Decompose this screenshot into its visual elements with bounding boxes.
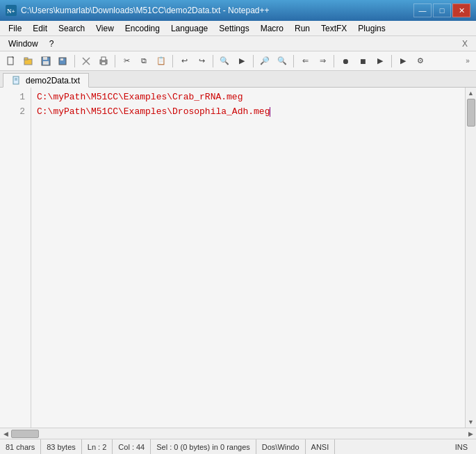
code-line-2: C:\myPath\M51CC\Examples\Drosophila_Adh.… bbox=[37, 105, 459, 120]
status-ln: Ln : 2 bbox=[82, 439, 113, 454]
minimize-button[interactable]: — bbox=[413, 3, 432, 17]
menu-bar-row2: Window ? X bbox=[0, 36, 476, 51]
toolbar-macro-stop[interactable]: ⏹ bbox=[354, 54, 371, 69]
svg-rect-7 bbox=[43, 61, 49, 65]
text-cursor bbox=[270, 107, 270, 117]
toolbar-find[interactable]: 🔍 bbox=[216, 54, 233, 69]
toolbar-saveall[interactable] bbox=[55, 54, 72, 69]
tab-demo2data[interactable]: demo2Data.txt bbox=[3, 73, 89, 88]
svg-rect-14 bbox=[101, 62, 106, 65]
toolbar-print[interactable] bbox=[95, 54, 112, 69]
maximize-button[interactable]: □ bbox=[433, 3, 451, 17]
line-num-2: 2 bbox=[0, 105, 25, 120]
toolbar-sep1 bbox=[74, 55, 75, 67]
status-dos: Dos\Windo bbox=[256, 439, 306, 454]
vscroll-thumb[interactable] bbox=[467, 99, 475, 127]
hscroll-track[interactable] bbox=[11, 428, 465, 439]
toolbar: ✂ ⧉ 📋 ↩ ↪ 🔍 ▶ 🔎 🔍 ⇐ ⇒ ⏺ ⏹ ▶ ▶ ⚙ » bbox=[0, 51, 476, 71]
toolbar-indent[interactable]: ⇒ bbox=[314, 54, 331, 69]
toolbar-macro-play[interactable]: ▶ bbox=[372, 54, 388, 69]
menu-view[interactable]: View bbox=[90, 22, 120, 35]
menu-run[interactable]: Run bbox=[289, 22, 315, 35]
line-num-1: 1 bbox=[0, 90, 25, 105]
status-sel: Sel : 0 (0 bytes) in 0 ranges bbox=[151, 439, 256, 454]
vertical-scrollbar[interactable]: ▲ ▼ bbox=[465, 88, 476, 428]
title-controls: — □ ✕ bbox=[413, 3, 470, 17]
hscroll-left[interactable]: ◀ bbox=[0, 428, 11, 439]
toolbar-open[interactable] bbox=[20, 54, 37, 69]
window-title: C:\Users\kumarlab\Downloads\M51CC\demo2D… bbox=[21, 6, 413, 15]
menu-plugins[interactable]: Plugins bbox=[352, 22, 391, 35]
tab-file-icon bbox=[12, 76, 22, 86]
toolbar-close[interactable] bbox=[78, 54, 95, 69]
title-bar: N+ C:\Users\kumarlab\Downloads\M51CC\dem… bbox=[0, 0, 476, 21]
menu-language[interactable]: Language bbox=[165, 22, 213, 35]
menu-help[interactable]: ? bbox=[44, 38, 60, 50]
status-chars: 81 chars bbox=[6, 439, 41, 454]
status-ins: INS bbox=[452, 443, 470, 451]
close-button[interactable]: ✕ bbox=[452, 3, 470, 17]
menu-file[interactable]: File bbox=[3, 22, 27, 35]
menu-search[interactable]: Search bbox=[53, 22, 90, 35]
menu-bar: File Edit Search View Encoding Language … bbox=[0, 21, 476, 36]
menu-encoding[interactable]: Encoding bbox=[120, 22, 165, 35]
editor-content[interactable]: C:\myPath\M51CC\Examples\Crab_rRNA.meg C… bbox=[31, 88, 465, 428]
status-bytes: 83 bytes bbox=[41, 439, 82, 454]
code-line-1: C:\myPath\M51CC\Examples\Crab_rRNA.meg bbox=[37, 90, 459, 105]
svg-rect-9 bbox=[60, 58, 63, 60]
menu-edit[interactable]: Edit bbox=[27, 22, 53, 35]
toolbar-sep4 bbox=[213, 55, 213, 67]
panel-close-x[interactable]: X bbox=[457, 39, 473, 49]
toolbar-wrap[interactable]: ⇐ bbox=[297, 54, 313, 69]
toolbar-paste[interactable]: 📋 bbox=[153, 54, 170, 69]
status-ansi: ANSI bbox=[306, 439, 336, 454]
hscroll-thumb[interactable] bbox=[11, 430, 39, 438]
svg-rect-2 bbox=[8, 57, 13, 65]
hscroll-right[interactable]: ▶ bbox=[465, 428, 476, 439]
toolbar-new[interactable] bbox=[3, 54, 19, 69]
toolbar-find-next[interactable]: ▶ bbox=[233, 54, 250, 69]
toolbar-copy[interactable]: ⧉ bbox=[136, 54, 152, 69]
menu-settings[interactable]: Settings bbox=[213, 22, 254, 35]
menu-macro[interactable]: Macro bbox=[255, 22, 289, 35]
toolbar-sep2 bbox=[115, 55, 115, 67]
toolbar-run[interactable]: ▶ bbox=[395, 54, 411, 69]
toolbar-cut[interactable]: ✂ bbox=[118, 54, 135, 69]
vscroll-track[interactable] bbox=[466, 99, 477, 416]
toolbar-macro-rec[interactable]: ⏺ bbox=[337, 54, 354, 69]
svg-rect-13 bbox=[101, 57, 106, 60]
toolbar-zoom-out[interactable]: 🔍 bbox=[274, 54, 290, 69]
toolbar-sep3 bbox=[172, 55, 173, 67]
svg-rect-4 bbox=[24, 58, 28, 60]
toolbar-zoom-in[interactable]: 🔎 bbox=[256, 54, 273, 69]
status-bar: 81 chars 83 bytes Ln : 2 Col : 44 Sel : … bbox=[0, 439, 476, 454]
menu-textfx[interactable]: TextFX bbox=[315, 22, 352, 35]
line-numbers: 1 2 bbox=[0, 88, 31, 428]
toolbar-undo[interactable]: ↩ bbox=[176, 54, 192, 69]
menu-window[interactable]: Window bbox=[3, 38, 44, 50]
status-col: Col : 44 bbox=[113, 439, 151, 454]
editor-wrapper: 1 2 C:\myPath\M51CC\Examples\Crab_rRNA.m… bbox=[0, 88, 476, 439]
toolbar-redo[interactable]: ↪ bbox=[193, 54, 210, 69]
toolbar-run2[interactable]: ⚙ bbox=[412, 54, 429, 69]
toolbar-overflow[interactable]: » bbox=[462, 54, 473, 69]
tab-bar: demo2Data.txt bbox=[0, 71, 476, 88]
toolbar-sep8 bbox=[391, 55, 392, 67]
svg-text:N+: N+ bbox=[7, 8, 15, 15]
tab-label: demo2Data.txt bbox=[26, 76, 80, 86]
app-icon: N+ bbox=[6, 5, 17, 16]
horizontal-scrollbar[interactable]: ◀ ▶ bbox=[0, 428, 476, 439]
svg-rect-6 bbox=[43, 57, 47, 60]
toolbar-sep7 bbox=[334, 55, 334, 67]
editor-main: 1 2 C:\myPath\M51CC\Examples\Crab_rRNA.m… bbox=[0, 88, 476, 428]
vscroll-up[interactable]: ▲ bbox=[466, 88, 477, 99]
toolbar-save[interactable] bbox=[38, 54, 54, 69]
toolbar-sep6 bbox=[293, 55, 294, 67]
toolbar-sep5 bbox=[253, 55, 254, 67]
vscroll-down[interactable]: ▼ bbox=[466, 416, 477, 428]
